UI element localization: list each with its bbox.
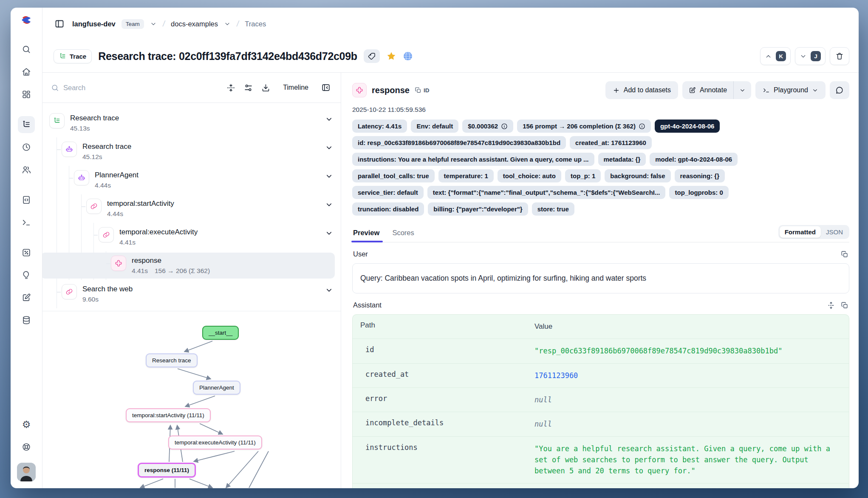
tree-toolbar: Timeline [42, 73, 341, 103]
delete-trace-button[interactable] [830, 47, 849, 65]
chevron-down-icon[interactable] [325, 172, 333, 180]
datasets-icon[interactable] [18, 312, 35, 329]
link-icon [99, 227, 114, 242]
cost-badge[interactable]: $0.000362 [462, 120, 513, 133]
chevron-down-icon[interactable] [325, 144, 333, 152]
env-badge: Env: default [411, 120, 458, 133]
org-chevron-down-icon[interactable] [150, 20, 157, 27]
breadcrumb-page[interactable]: Traces [245, 20, 266, 28]
format-toggle: Formatted JSON [778, 225, 849, 239]
truncation-badge: truncation: disabled [352, 202, 424, 216]
graph-node-research-trace[interactable]: Research trace [146, 353, 198, 367]
text-format-badge: text: {"format":{"name":"final_output","… [427, 186, 666, 199]
tree-row-planner-agent[interactable]: PlannerAgent 4.44s [74, 166, 333, 194]
star-icon[interactable] [386, 51, 396, 61]
tree-row-agent[interactable]: Research trace 45.12s [62, 137, 333, 166]
table-row: metadata empty object [353, 483, 849, 488]
assistant-section-header: Assistant [353, 301, 848, 309]
annotation-icon[interactable] [18, 289, 35, 306]
chevron-down-icon [812, 87, 818, 94]
trash-icon [835, 52, 844, 60]
token-usage-badge[interactable]: 156 prompt → 206 completion (Σ 362) [517, 120, 651, 133]
org-name[interactable]: langfuse-dev [72, 20, 116, 28]
topbar: langfuse-dev Team / docs-examples / Trac… [42, 8, 859, 40]
users-icon[interactable] [18, 161, 35, 178]
table-row: created_at 1761123960 [353, 363, 849, 387]
tree-row-start-activity[interactable]: temporal:startActivity 4.44s [86, 194, 333, 223]
dashboard-icon[interactable] [18, 86, 35, 103]
view-settings-icon[interactable] [242, 82, 254, 94]
annotate-dropdown[interactable] [734, 81, 751, 99]
panel-toggle-icon[interactable] [53, 17, 66, 31]
next-trace-button[interactable]: J [795, 47, 826, 65]
tab-scores[interactable]: Scores [391, 225, 415, 242]
chevron-down-icon[interactable] [325, 286, 333, 294]
download-icon[interactable] [260, 82, 272, 94]
settings-icon[interactable]: ⚙ [18, 416, 35, 433]
tab-preview[interactable]: Preview [352, 225, 380, 242]
project-name[interactable]: docs-examples [171, 20, 218, 28]
collapse-panel-icon[interactable] [319, 81, 332, 94]
prompts-icon[interactable] [18, 191, 35, 208]
trace-type-badge: Trace [54, 49, 92, 63]
evaluation-icon[interactable] [18, 244, 35, 261]
copy-icon[interactable] [841, 302, 848, 309]
breadcrumb-separator: / [162, 19, 165, 28]
id-badge: id: resp_00c633f89186b6970068f89e78547c8… [352, 136, 566, 149]
pencil-square-icon [689, 87, 696, 94]
user-query: Query: Caribbean vacation spots in April… [352, 263, 849, 293]
support-icon[interactable] [18, 438, 35, 455]
playground-button[interactable]: Playground [755, 81, 826, 99]
annotate-split-button: Annotate [682, 81, 751, 99]
agent-graph[interactable]: __start__ Research trace PlannerAgent te… [42, 311, 341, 488]
graph-node-response[interactable]: response (11/11) [138, 463, 196, 478]
copy-id[interactable]: ID [415, 87, 430, 94]
insights-icon[interactable] [18, 267, 35, 284]
search-input[interactable] [63, 84, 220, 92]
expand-icon[interactable] [827, 302, 835, 309]
langfuse-logo[interactable] [20, 14, 33, 26]
tracing-icon[interactable] [18, 116, 35, 133]
latency-badge: Latency: 4.41s [352, 120, 407, 133]
agent-icon [62, 142, 77, 157]
link-icon [62, 284, 77, 299]
tree-row-execute-activity[interactable]: temporal:executeActivity 4.41s [99, 223, 333, 251]
sessions-icon[interactable] [18, 139, 35, 156]
chevron-down-icon[interactable] [325, 229, 333, 237]
page-title: Research trace: 02c0ff139fa7df3142e4bd43… [98, 50, 357, 63]
annotate-button[interactable]: Annotate [682, 81, 733, 99]
collapse-all-icon[interactable] [225, 82, 237, 94]
observation-header: response ID Add to datasets [352, 81, 849, 99]
model-param-badge: model: gpt-4o-2024-08-06 [650, 153, 738, 166]
search-icon[interactable] [18, 41, 35, 58]
observation-badges: Latency: 4.41s Env: default $0.000362 15… [352, 120, 849, 216]
add-to-datasets-button[interactable]: Add to datasets [605, 81, 678, 99]
graph-node-planner-agent[interactable]: PlannerAgent [193, 381, 240, 395]
tree-row-trace[interactable]: Research trace 45.13s [49, 109, 333, 137]
tree-row-search-web[interactable]: Search the web 9.60s [62, 280, 333, 308]
chat-bubble-icon [835, 86, 844, 94]
project-chevron-down-icon[interactable] [224, 20, 231, 27]
sidebar-rail: ⚙ [11, 8, 42, 488]
home-icon[interactable] [18, 63, 35, 80]
graph-node-execute-activity[interactable]: temporal:executeActivity (11/11) [168, 435, 262, 450]
graph-node-start[interactable]: __start__ [202, 326, 239, 340]
shortcut-key: J [811, 51, 821, 61]
tree-row-response-selected[interactable]: response 4.41s156 → 206 (Σ 362) [111, 251, 333, 280]
tag-icon[interactable] [364, 49, 380, 63]
json-option[interactable]: JSON [821, 226, 848, 238]
comments-button[interactable] [830, 81, 849, 99]
avatar[interactable] [17, 463, 36, 481]
playground-icon[interactable] [18, 214, 35, 231]
prev-trace-button[interactable]: K [760, 47, 791, 65]
globe-icon[interactable] [403, 51, 413, 61]
model-badge[interactable]: gpt-4o-2024-08-06 [655, 120, 720, 133]
chevron-down-icon[interactable] [325, 201, 333, 209]
formatted-option[interactable]: Formatted [780, 226, 821, 238]
top-logprobs-badge: top_logprobs: 0 [669, 186, 728, 199]
copy-icon[interactable] [841, 250, 848, 258]
timeline-toggle[interactable]: Timeline [283, 84, 308, 91]
generation-icon [111, 256, 126, 271]
graph-node-start-activity[interactable]: temporal:startActivity (11/11) [126, 408, 211, 422]
chevron-down-icon[interactable] [325, 115, 333, 123]
